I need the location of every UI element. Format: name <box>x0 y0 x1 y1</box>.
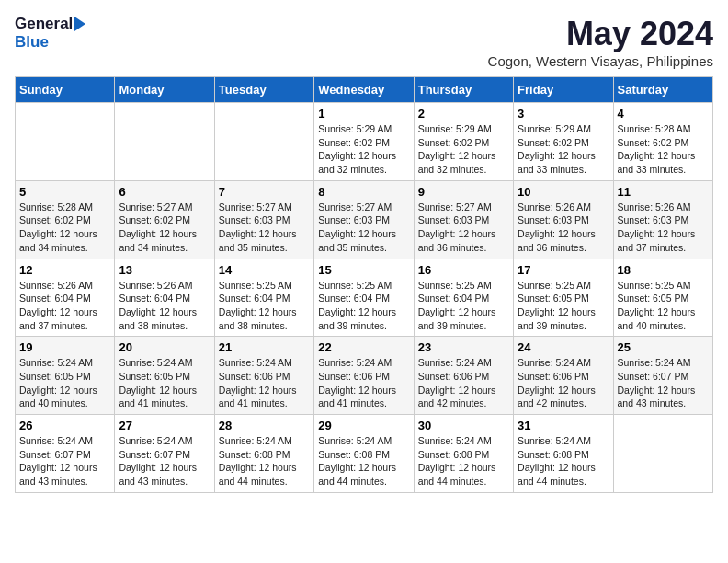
day-cell <box>613 415 712 493</box>
day-cell: 20Sunrise: 5:24 AMSunset: 6:05 PMDayligh… <box>115 337 214 415</box>
day-info: Sunrise: 5:25 AMSunset: 6:05 PMDaylight:… <box>518 279 609 333</box>
day-info: Sunrise: 5:27 AMSunset: 6:03 PMDaylight:… <box>418 201 509 255</box>
day-info: Sunrise: 5:24 AMSunset: 6:08 PMDaylight:… <box>318 434 409 488</box>
day-number: 7 <box>219 185 310 199</box>
day-info: Sunrise: 5:29 AMSunset: 6:02 PMDaylight:… <box>418 122 509 177</box>
day-info: Sunrise: 5:29 AMSunset: 6:02 PMDaylight:… <box>318 122 409 177</box>
day-info: Sunrise: 5:24 AMSunset: 6:07 PMDaylight:… <box>19 434 110 488</box>
day-number: 20 <box>119 340 210 354</box>
day-number: 15 <box>318 263 409 277</box>
day-cell: 15Sunrise: 5:25 AMSunset: 6:04 PMDayligh… <box>314 259 414 337</box>
day-cell: 17Sunrise: 5:25 AMSunset: 6:05 PMDayligh… <box>514 259 613 337</box>
day-cell: 6Sunrise: 5:27 AMSunset: 6:02 PMDaylight… <box>115 180 214 259</box>
day-info: Sunrise: 5:28 AMSunset: 6:02 PMDaylight:… <box>19 201 110 255</box>
week-row-1: 1Sunrise: 5:29 AMSunset: 6:02 PMDaylight… <box>16 103 713 181</box>
day-cell <box>214 103 313 181</box>
weekday-header-monday: Monday <box>115 77 214 103</box>
day-info: Sunrise: 5:26 AMSunset: 6:03 PMDaylight:… <box>518 201 609 255</box>
week-row-4: 19Sunrise: 5:24 AMSunset: 6:05 PMDayligh… <box>16 337 713 415</box>
day-number: 29 <box>318 419 409 432</box>
week-row-3: 12Sunrise: 5:26 AMSunset: 6:04 PMDayligh… <box>16 259 713 337</box>
day-cell: 2Sunrise: 5:29 AMSunset: 6:02 PMDaylight… <box>414 103 513 181</box>
day-cell: 31Sunrise: 5:24 AMSunset: 6:08 PMDayligh… <box>514 415 613 493</box>
day-info: Sunrise: 5:25 AMSunset: 6:04 PMDaylight:… <box>418 279 509 333</box>
day-cell: 19Sunrise: 5:24 AMSunset: 6:05 PMDayligh… <box>16 337 115 415</box>
logo-general: General <box>15 15 73 33</box>
logo: General Blue <box>15 15 85 52</box>
day-cell: 23Sunrise: 5:24 AMSunset: 6:06 PMDayligh… <box>414 337 513 415</box>
day-number: 24 <box>518 340 609 354</box>
weekday-header-wednesday: Wednesday <box>314 77 414 103</box>
day-cell: 4Sunrise: 5:28 AMSunset: 6:02 PMDaylight… <box>613 103 712 181</box>
day-info: Sunrise: 5:26 AMSunset: 6:04 PMDaylight:… <box>119 279 210 333</box>
day-info: Sunrise: 5:29 AMSunset: 6:02 PMDaylight:… <box>518 122 609 177</box>
day-cell: 16Sunrise: 5:25 AMSunset: 6:04 PMDayligh… <box>414 259 513 337</box>
day-cell: 14Sunrise: 5:25 AMSunset: 6:04 PMDayligh… <box>214 259 313 337</box>
day-cell: 22Sunrise: 5:24 AMSunset: 6:06 PMDayligh… <box>314 337 414 415</box>
day-number: 3 <box>518 107 609 121</box>
day-info: Sunrise: 5:24 AMSunset: 6:08 PMDaylight:… <box>518 434 609 488</box>
day-number: 17 <box>518 263 609 277</box>
logo-blue: Blue <box>15 33 49 51</box>
day-cell: 11Sunrise: 5:26 AMSunset: 6:03 PMDayligh… <box>613 180 712 259</box>
day-number: 1 <box>318 107 409 121</box>
day-info: Sunrise: 5:26 AMSunset: 6:04 PMDaylight:… <box>19 279 110 333</box>
day-info: Sunrise: 5:25 AMSunset: 6:05 PMDaylight:… <box>618 279 709 333</box>
day-info: Sunrise: 5:28 AMSunset: 6:02 PMDaylight:… <box>618 122 709 177</box>
day-cell: 21Sunrise: 5:24 AMSunset: 6:06 PMDayligh… <box>214 337 313 415</box>
day-cell: 29Sunrise: 5:24 AMSunset: 6:08 PMDayligh… <box>314 415 414 493</box>
day-info: Sunrise: 5:24 AMSunset: 6:05 PMDaylight:… <box>119 356 210 410</box>
day-info: Sunrise: 5:25 AMSunset: 6:04 PMDaylight:… <box>318 279 409 333</box>
day-number: 27 <box>119 419 210 432</box>
day-info: Sunrise: 5:24 AMSunset: 6:06 PMDaylight:… <box>518 356 609 410</box>
location-subtitle: Cogon, Western Visayas, Philippines <box>488 53 713 69</box>
day-number: 23 <box>418 340 509 354</box>
day-cell: 5Sunrise: 5:28 AMSunset: 6:02 PMDaylight… <box>16 180 115 259</box>
weekday-header-sunday: Sunday <box>16 77 115 103</box>
weekday-header-saturday: Saturday <box>613 77 712 103</box>
day-cell: 10Sunrise: 5:26 AMSunset: 6:03 PMDayligh… <box>514 180 613 259</box>
day-cell: 12Sunrise: 5:26 AMSunset: 6:04 PMDayligh… <box>16 259 115 337</box>
day-cell: 25Sunrise: 5:24 AMSunset: 6:07 PMDayligh… <box>613 337 712 415</box>
day-info: Sunrise: 5:24 AMSunset: 6:07 PMDaylight:… <box>618 356 709 410</box>
day-info: Sunrise: 5:24 AMSunset: 6:08 PMDaylight:… <box>219 434 310 488</box>
month-title: May 2024 <box>488 15 713 53</box>
day-cell: 3Sunrise: 5:29 AMSunset: 6:02 PMDaylight… <box>514 103 613 181</box>
day-cell: 9Sunrise: 5:27 AMSunset: 6:03 PMDaylight… <box>414 180 513 259</box>
day-cell: 18Sunrise: 5:25 AMSunset: 6:05 PMDayligh… <box>613 259 712 337</box>
day-info: Sunrise: 5:27 AMSunset: 6:03 PMDaylight:… <box>318 201 409 255</box>
day-info: Sunrise: 5:24 AMSunset: 6:05 PMDaylight:… <box>19 356 110 410</box>
day-cell: 24Sunrise: 5:24 AMSunset: 6:06 PMDayligh… <box>514 337 613 415</box>
day-number: 26 <box>19 419 110 432</box>
day-number: 5 <box>19 185 110 199</box>
weekday-header-friday: Friday <box>514 77 613 103</box>
day-number: 31 <box>518 419 609 432</box>
day-number: 12 <box>19 263 110 277</box>
header: General Blue May 2024 Cogon, Western Vis… <box>15 15 713 69</box>
day-cell: 27Sunrise: 5:24 AMSunset: 6:07 PMDayligh… <box>115 415 214 493</box>
day-cell: 1Sunrise: 5:29 AMSunset: 6:02 PMDaylight… <box>314 103 414 181</box>
weekday-header-thursday: Thursday <box>414 77 513 103</box>
day-number: 11 <box>618 185 709 199</box>
day-info: Sunrise: 5:24 AMSunset: 6:06 PMDaylight:… <box>318 356 409 410</box>
day-number: 9 <box>418 185 509 199</box>
day-number: 16 <box>418 263 509 277</box>
day-info: Sunrise: 5:26 AMSunset: 6:03 PMDaylight:… <box>618 201 709 255</box>
day-cell <box>16 103 115 181</box>
day-info: Sunrise: 5:24 AMSunset: 6:06 PMDaylight:… <box>418 356 509 410</box>
day-cell: 30Sunrise: 5:24 AMSunset: 6:08 PMDayligh… <box>414 415 513 493</box>
weekday-header-row: SundayMondayTuesdayWednesdayThursdayFrid… <box>16 77 713 103</box>
day-cell: 7Sunrise: 5:27 AMSunset: 6:03 PMDaylight… <box>214 180 313 259</box>
calendar-table: SundayMondayTuesdayWednesdayThursdayFrid… <box>15 76 713 493</box>
day-number: 6 <box>119 185 210 199</box>
day-number: 10 <box>518 185 609 199</box>
day-info: Sunrise: 5:24 AMSunset: 6:06 PMDaylight:… <box>219 356 310 410</box>
day-info: Sunrise: 5:24 AMSunset: 6:08 PMDaylight:… <box>418 434 509 488</box>
day-cell: 28Sunrise: 5:24 AMSunset: 6:08 PMDayligh… <box>214 415 313 493</box>
title-area: May 2024 Cogon, Western Visayas, Philipp… <box>488 15 713 69</box>
day-number: 19 <box>19 340 110 354</box>
day-number: 14 <box>219 263 310 277</box>
day-cell: 8Sunrise: 5:27 AMSunset: 6:03 PMDaylight… <box>314 180 414 259</box>
day-number: 2 <box>418 107 509 121</box>
day-cell: 13Sunrise: 5:26 AMSunset: 6:04 PMDayligh… <box>115 259 214 337</box>
